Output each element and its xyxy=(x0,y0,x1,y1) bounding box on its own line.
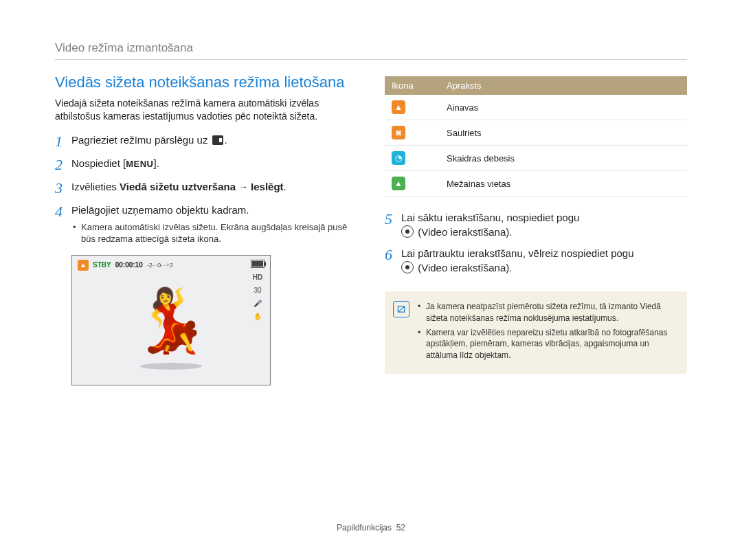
step-number: 6 xyxy=(385,247,401,262)
exposure-scale-icon: -2···0···+2 xyxy=(147,262,173,269)
scene-row-label: Mežainas vietas xyxy=(440,171,687,197)
step-5-b: (Video ierakstīšana). xyxy=(418,226,512,238)
right-column: Ikona Apraksts ▲Ainavas◙Saulriets◔Skaidr… xyxy=(385,74,687,385)
step-number: 4 xyxy=(55,204,71,219)
note-item-1: Ja kamera neatpazīst piemērotu sižeta re… xyxy=(418,301,677,324)
scene-row-icon: ◔ xyxy=(392,151,405,165)
dancer-shadow xyxy=(140,363,202,370)
scene-row-label: Ainavas xyxy=(440,95,687,120)
dancer-silhouette: 💃 xyxy=(133,289,210,351)
table-row: ▲Ainavas xyxy=(385,95,687,120)
note-icon xyxy=(393,301,409,317)
mic-icon: 🎤 xyxy=(254,300,262,307)
step-3-a: Izvēlieties xyxy=(71,181,117,192)
arrow-icon: → xyxy=(238,181,251,192)
step-number: 1 xyxy=(55,134,71,149)
step-1-text: Pagrieziet režīmu pārslēgu uz xyxy=(71,134,207,146)
scene-row-label: Saulriets xyxy=(440,120,687,146)
step-6: 6 Lai pārtrauktu ierakstīšanu, vēlreiz n… xyxy=(385,246,687,275)
footer-page: 52 xyxy=(396,523,405,533)
scene-icon: ▲ xyxy=(78,260,89,271)
step-1: 1 Pagrieziet režīmu pārslēgu uz . xyxy=(55,133,357,149)
step-number: 3 xyxy=(55,181,71,196)
step-5: 5 Lai sāktu ierakstīšanu, nospiediet pog… xyxy=(385,210,687,239)
table-row: ▲Mežainas vietas xyxy=(385,171,687,197)
footer-section: Papildfunkcijas xyxy=(337,523,392,533)
record-button-icon xyxy=(401,225,414,238)
step-3: 3 Izvēlieties Viedā sižetu uztveršana → … xyxy=(55,179,357,196)
step-1-after: . xyxy=(225,134,227,146)
step-3-state: Ieslēgt xyxy=(251,181,284,192)
table-row: ◙Saulriets xyxy=(385,120,687,146)
record-button-icon xyxy=(401,261,414,273)
th-desc: Apraksts xyxy=(440,76,687,95)
step-4-text: Pielāgojiet uzņemamo objektu kadram. xyxy=(71,203,357,217)
hd-label: HD xyxy=(253,273,262,281)
step-2-pre: Nospiediet [ xyxy=(71,157,126,169)
stby-label: STBY xyxy=(93,261,111,269)
divider xyxy=(55,59,687,60)
scene-icon-table: Ikona Apraksts ▲Ainavas◙Saulriets◔Skaidr… xyxy=(385,76,687,197)
step-5-a: Lai sāktu ierakstīšanu, nospiediet pogu xyxy=(401,212,579,223)
mode-dial-video-icon xyxy=(212,135,223,145)
step-6-a: Lai pārtrauktu ierakstīšanu, vēlreiz nos… xyxy=(401,247,634,259)
scene-row-icon: ▲ xyxy=(392,100,405,114)
record-time: 00:00:10 xyxy=(115,261,143,269)
step-4: 4 Pielāgojiet uzņemamo objektu kadram. K… xyxy=(55,203,357,245)
th-icon: Ikona xyxy=(385,76,440,95)
breadcrumb: Video režīma izmantošana xyxy=(55,41,687,55)
page-footer: Papildfunkcijas 52 xyxy=(55,523,687,533)
step-3-option: Viedā sižetu uztveršana xyxy=(120,181,236,192)
step-2-post: ]. xyxy=(154,157,159,169)
step-2: 2 Nospiediet [MENU]. xyxy=(55,156,357,172)
step-4-sub: Kamera automātiski izvēlas sižetu. Ekrān… xyxy=(71,221,357,245)
step-6-b: (Video ierakstīšana). xyxy=(418,262,512,273)
scene-row-label: Skaidras debesis xyxy=(440,146,687,171)
note-box: Ja kamera neatpazīst piemērotu sižeta re… xyxy=(385,291,687,374)
scene-row-icon: ◙ xyxy=(392,126,405,139)
step-number: 5 xyxy=(385,212,401,227)
table-row: ◔Skaidras debesis xyxy=(385,146,687,171)
note-item-2: Kamera var izvēlēties nepareizu sižetu a… xyxy=(418,327,677,361)
left-column: Viedās sižeta noteikšanas režīma lietoša… xyxy=(55,74,357,385)
fps-label: 30 xyxy=(254,287,261,294)
stabilizer-icon: ✋ xyxy=(254,313,262,320)
menu-button-label: MENU xyxy=(126,159,153,169)
intro-text: Viedajā sižeta noteikšanas režīmā kamera… xyxy=(55,97,357,123)
scene-row-icon: ▲ xyxy=(392,177,405,190)
battery-icon xyxy=(251,260,265,268)
camera-preview-mock: ▲ STBY 00:00:10 -2···0···+2 HD 30 🎤 ✋ 💃 xyxy=(71,255,271,385)
step-number: 2 xyxy=(55,157,71,172)
section-title: Viedās sižeta noteikšanas režīma lietoša… xyxy=(55,74,357,91)
